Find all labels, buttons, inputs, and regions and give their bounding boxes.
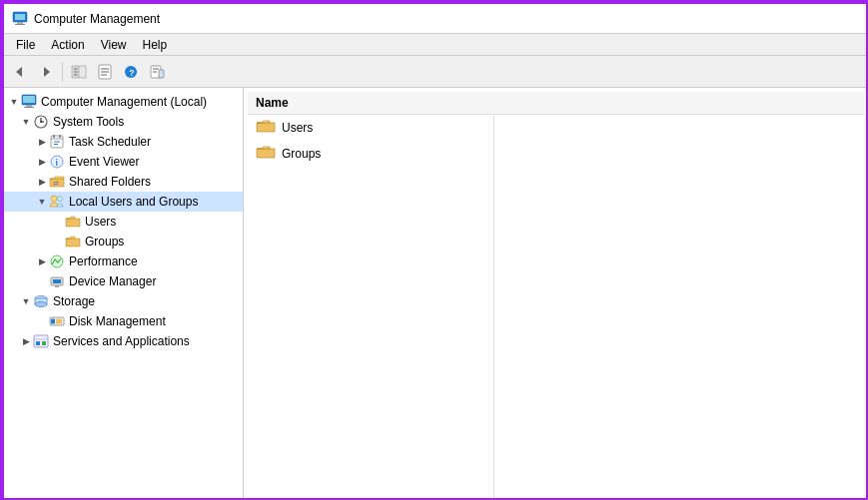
export-button[interactable] (145, 60, 169, 84)
svg-rect-23 (26, 105, 32, 107)
toolbar-sep-1 (62, 62, 63, 82)
task-scheduler-icon (49, 134, 65, 150)
svg-rect-43 (55, 285, 59, 287)
title-bar: Computer Management (4, 4, 868, 34)
svg-rect-42 (53, 279, 61, 283)
event-viewer-label: Event Viewer (69, 155, 139, 169)
performance-icon (49, 253, 65, 269)
tree-shared-folders[interactable]: ▶ ⇄ Shared Folders (4, 172, 243, 192)
help-button[interactable]: ? (119, 60, 143, 84)
local-users-groups-label: Local Users and Groups (69, 195, 198, 209)
storage-icon (33, 293, 49, 309)
right-divider (493, 116, 494, 500)
right-panel-users[interactable]: Users (248, 115, 864, 141)
device-manager-expander: ▶ (36, 275, 48, 287)
menu-bar: File Action View Help (4, 34, 868, 56)
console-tree-button[interactable] (67, 60, 91, 84)
svg-text:i: i (56, 158, 59, 168)
right-groups-folder-icon (256, 144, 276, 164)
svg-rect-22 (23, 96, 35, 103)
right-panel-header: Name (248, 92, 864, 115)
users-child-label: Users (85, 215, 116, 229)
main-content: ▼ Computer Management (Local) ▼ (4, 88, 868, 500)
svg-point-39 (58, 197, 63, 202)
right-groups-label: Groups (282, 147, 321, 161)
task-scheduler-expander[interactable]: ▶ (36, 136, 48, 148)
tree-event-viewer[interactable]: ▶ i Event Viewer (4, 152, 243, 172)
local-users-groups-icon (49, 194, 65, 210)
svg-point-38 (51, 196, 57, 202)
tree-performance[interactable]: ▶ Performance (4, 251, 243, 271)
menu-action[interactable]: Action (43, 36, 92, 54)
tree-panel: ▼ Computer Management (Local) ▼ (4, 88, 244, 500)
svg-text:?: ? (129, 68, 135, 78)
shared-folders-icon: ⇄ (49, 174, 65, 190)
tree-services-applications[interactable]: ▶ Services and Applications (4, 331, 243, 351)
svg-rect-1 (15, 14, 25, 20)
app-icon (12, 11, 28, 27)
computer-management-icon (21, 94, 37, 110)
shared-folders-expander[interactable]: ▶ (36, 176, 48, 188)
tree-task-scheduler[interactable]: ▶ Task Scheduler (4, 132, 243, 152)
svg-rect-53 (42, 341, 46, 345)
users-folder-icon (65, 214, 81, 230)
svg-rect-31 (53, 135, 55, 138)
window-title: Computer Management (34, 12, 160, 26)
shared-folders-label: Shared Folders (69, 175, 151, 189)
right-panel: Name Users (244, 88, 868, 500)
system-tools-expander[interactable]: ▼ (20, 116, 32, 128)
device-manager-icon (49, 273, 65, 289)
svg-rect-52 (36, 341, 40, 345)
system-tools-icon (33, 114, 49, 130)
root-expander[interactable]: ▼ (8, 96, 20, 108)
disk-management-icon (49, 313, 65, 329)
tree-device-manager[interactable]: ▶ Device Manager (4, 271, 243, 291)
storage-expander[interactable]: ▼ (20, 295, 32, 307)
svg-point-46 (35, 302, 47, 307)
tree-local-users-groups[interactable]: ▼ Local Users and Groups (4, 192, 243, 212)
tree-storage[interactable]: ▼ Storage (4, 291, 243, 311)
groups-folder-icon (65, 234, 81, 250)
svg-rect-7 (79, 66, 86, 78)
svg-rect-50 (34, 335, 48, 347)
performance-expander[interactable]: ▶ (36, 255, 48, 267)
right-users-folder-icon (256, 118, 276, 138)
arrow-annotation (244, 168, 264, 248)
task-scheduler-label: Task Scheduler (69, 135, 151, 149)
menu-help[interactable]: Help (135, 36, 176, 54)
users-child-expander: ▶ (52, 216, 64, 228)
svg-text:⇄: ⇄ (53, 180, 59, 187)
right-panel-groups[interactable]: Groups (248, 141, 864, 167)
device-manager-label: Device Manager (69, 274, 156, 288)
svg-point-28 (40, 121, 42, 123)
svg-rect-2 (17, 22, 23, 24)
disk-management-label: Disk Management (69, 314, 166, 328)
tree-system-tools[interactable]: ▼ System Tools (4, 112, 243, 132)
svg-rect-32 (59, 135, 61, 138)
forward-button[interactable] (34, 60, 58, 84)
menu-file[interactable]: File (8, 36, 43, 54)
event-viewer-icon: i (49, 154, 65, 170)
svg-marker-5 (44, 67, 50, 77)
groups-child-expander: ▶ (52, 236, 64, 248)
tree-root[interactable]: ▼ Computer Management (Local) (4, 92, 243, 112)
menu-view[interactable]: View (93, 36, 135, 54)
svg-rect-24 (24, 107, 34, 108)
toolbar: ? (4, 56, 868, 88)
tree-groups-child[interactable]: ▶ Groups (4, 232, 243, 251)
svg-rect-49 (56, 319, 62, 324)
event-viewer-expander[interactable]: ▶ (36, 156, 48, 168)
tree-root-label: Computer Management (Local) (41, 95, 207, 109)
disk-mgmt-expander: ▶ (36, 315, 48, 327)
properties-button[interactable] (93, 60, 117, 84)
svg-rect-18 (159, 70, 164, 78)
svg-rect-3 (15, 24, 25, 25)
services-applications-label: Services and Applications (53, 334, 190, 348)
tree-users-child[interactable]: ▶ Users (4, 212, 243, 232)
services-apps-expander[interactable]: ▶ (20, 335, 32, 347)
tree-disk-management[interactable]: ▶ Disk Management (4, 311, 243, 331)
svg-rect-48 (51, 319, 55, 324)
back-button[interactable] (8, 60, 32, 84)
local-users-groups-expander[interactable]: ▼ (36, 196, 48, 208)
right-users-label: Users (282, 121, 313, 135)
